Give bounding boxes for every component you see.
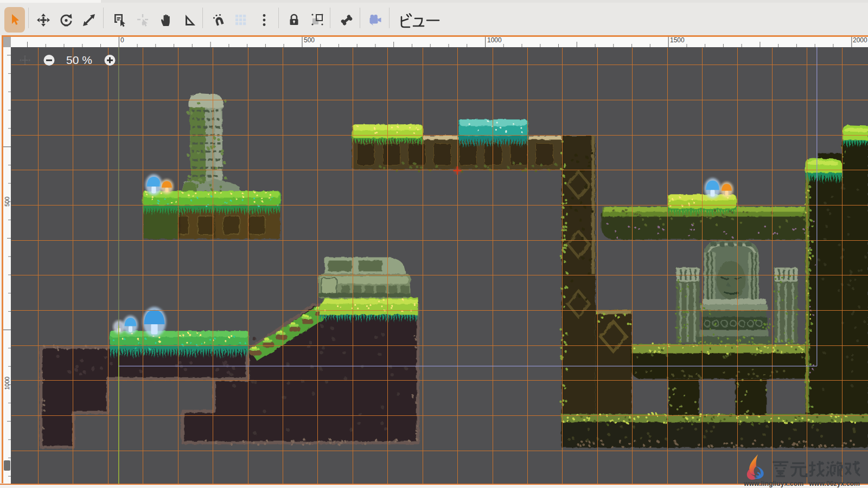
svg-text:500: 500: [4, 196, 10, 206]
svg-text:1000: 1000: [4, 376, 10, 389]
svg-text:www.lingliuyx.com www.06zyx.: www.lingliuyx.com www.06zyx.com: [743, 480, 860, 487]
svg-text:50 %: 50 %: [66, 54, 92, 66]
